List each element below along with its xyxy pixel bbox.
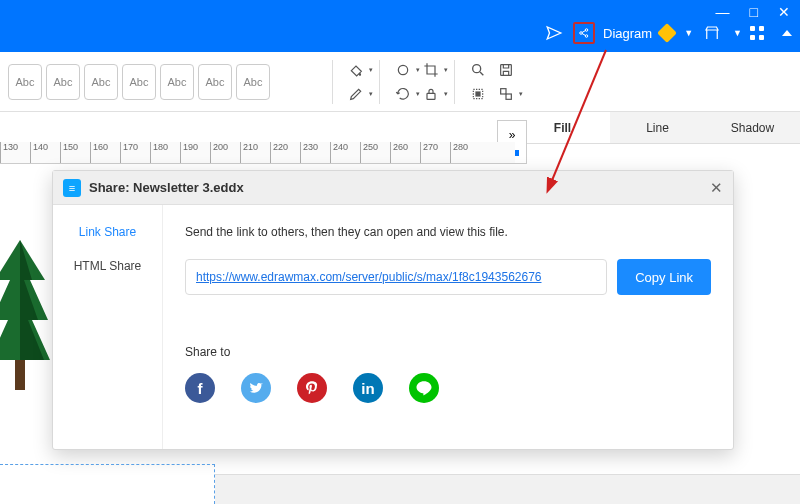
- style-preset[interactable]: Abc: [198, 64, 232, 100]
- tool-group: ▾: [469, 61, 515, 103]
- app-logo-icon: ≡: [63, 179, 81, 197]
- pen-icon[interactable]: ▾: [347, 85, 365, 103]
- svg-rect-10: [506, 94, 511, 99]
- diagram-dropdown-label[interactable]: Diagram: [603, 26, 652, 41]
- rotate-icon[interactable]: ▾: [394, 85, 412, 103]
- theme-icon[interactable]: [701, 22, 723, 44]
- tab-shadow[interactable]: Shadow: [705, 112, 800, 143]
- crop-icon[interactable]: ▾: [422, 61, 440, 79]
- dialog-close-button[interactable]: ✕: [710, 179, 723, 197]
- titlebar-actions: Diagram ▼ ▼: [543, 22, 792, 44]
- facebook-icon[interactable]: f: [185, 373, 215, 403]
- ruler-tick: 230: [300, 142, 330, 163]
- ruler-tick: 280: [450, 142, 480, 163]
- ruler-tick: 160: [90, 142, 120, 163]
- tab-line[interactable]: Line: [610, 112, 705, 143]
- linkedin-icon[interactable]: in: [353, 373, 383, 403]
- chevron-right-icon: »: [509, 128, 516, 142]
- share-dialog: ≡ Share: Newsletter 3.eddx ✕ Link Share …: [52, 170, 734, 450]
- style-preset[interactable]: Abc: [122, 64, 156, 100]
- dropdown-caret-icon: ▼: [733, 28, 742, 38]
- save-icon[interactable]: [497, 61, 515, 79]
- share-url-link[interactable]: https://www.edrawmax.com/server/public/s…: [196, 270, 542, 284]
- ruler-tick: 210: [240, 142, 270, 163]
- style-presets: Abc Abc Abc Abc Abc Abc Abc: [8, 64, 270, 100]
- style-preset[interactable]: Abc: [160, 64, 194, 100]
- svg-rect-6: [501, 64, 512, 75]
- maximize-button[interactable]: □: [750, 4, 758, 20]
- tool-group: ▾ ▾: [347, 61, 365, 103]
- ruler-tick: 150: [60, 142, 90, 163]
- canvas-illustration: [0, 240, 50, 400]
- svg-rect-9: [501, 88, 506, 93]
- ruler-tick: 140: [30, 142, 60, 163]
- style-preset[interactable]: Abc: [8, 64, 42, 100]
- style-preset[interactable]: Abc: [236, 64, 270, 100]
- premium-icon[interactable]: [657, 23, 677, 43]
- ruler-tick: 180: [150, 142, 180, 163]
- ruler-tick: 220: [270, 142, 300, 163]
- select-icon[interactable]: [469, 85, 487, 103]
- ruler-tick: 130: [0, 142, 30, 163]
- copy-link-button[interactable]: Copy Link: [617, 259, 711, 295]
- send-icon[interactable]: [543, 22, 565, 44]
- circle-icon[interactable]: ▾: [394, 61, 412, 79]
- right-panel-tabs: Fill Line Shadow: [515, 112, 800, 144]
- dialog-main: Send the link to others, then they can o…: [163, 205, 733, 449]
- minimize-button[interactable]: —: [716, 4, 730, 20]
- sidebar-item-link-share[interactable]: Link Share: [79, 225, 136, 239]
- svg-rect-4: [427, 93, 435, 99]
- tab-fill[interactable]: Fill: [515, 112, 610, 143]
- dropdown-caret-icon: ▼: [684, 28, 693, 38]
- window-controls: — □ ✕: [716, 4, 790, 20]
- fill-bucket-icon[interactable]: ▾: [347, 61, 365, 79]
- ruler: 130 140 150 160 170 180 190 200 210 220 …: [0, 142, 515, 164]
- line-icon[interactable]: [409, 373, 439, 403]
- dialog-title: Share: Newsletter 3.eddx: [89, 180, 244, 195]
- tool-group: ▾ ▾ ▾ ▾: [394, 61, 440, 103]
- canvas-selection: [0, 464, 215, 504]
- group-icon[interactable]: ▾: [497, 85, 515, 103]
- dialog-header: ≡ Share: Newsletter 3.eddx ✕: [53, 171, 733, 205]
- ruler-tick: 200: [210, 142, 240, 163]
- style-preset[interactable]: Abc: [46, 64, 80, 100]
- ruler-tick: 170: [120, 142, 150, 163]
- svg-rect-8: [476, 92, 480, 96]
- ruler-tick: 190: [180, 142, 210, 163]
- chevron-up-icon[interactable]: [782, 30, 792, 36]
- status-bar: [215, 474, 800, 504]
- ruler-tick: 260: [390, 142, 420, 163]
- toolbar: Abc Abc Abc Abc Abc Abc Abc ▾ ▾ ▾ ▾ ▾ ▾: [0, 52, 800, 112]
- share-to-label: Share to: [185, 345, 711, 359]
- share-icon[interactable]: [573, 22, 595, 44]
- dialog-sidebar: Link Share HTML Share: [53, 205, 163, 449]
- twitter-icon[interactable]: [241, 373, 271, 403]
- pinterest-icon[interactable]: [297, 373, 327, 403]
- share-instruction: Send the link to others, then they can o…: [185, 225, 711, 239]
- lock-icon[interactable]: ▾: [422, 85, 440, 103]
- share-url-field[interactable]: https://www.edrawmax.com/server/public/s…: [185, 259, 607, 295]
- search-icon[interactable]: [469, 61, 487, 79]
- svg-rect-11: [15, 360, 25, 390]
- ruler-tick: 270: [420, 142, 450, 163]
- ruler-tick: 250: [360, 142, 390, 163]
- svg-point-3: [398, 65, 407, 74]
- svg-point-5: [473, 64, 481, 72]
- apps-icon[interactable]: [750, 26, 764, 40]
- style-preset[interactable]: Abc: [84, 64, 118, 100]
- ruler-tick: 240: [330, 142, 360, 163]
- title-bar: — □ ✕ Diagram ▼ ▼: [0, 0, 800, 52]
- sidebar-item-html-share[interactable]: HTML Share: [74, 259, 142, 273]
- close-button[interactable]: ✕: [778, 4, 790, 20]
